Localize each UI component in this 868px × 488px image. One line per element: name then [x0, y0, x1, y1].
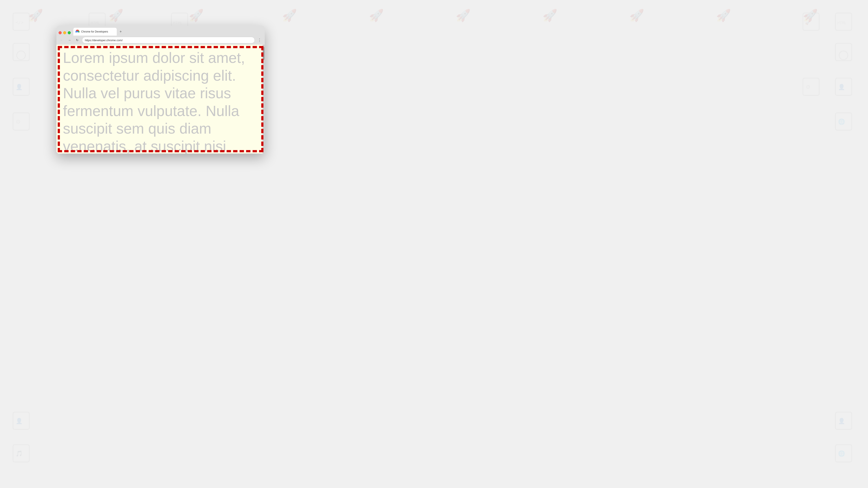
- svg-rect-30: [803, 78, 819, 95]
- scrollbar[interactable]: [262, 45, 265, 154]
- maximize-button[interactable]: [68, 31, 71, 34]
- svg-point-17: [17, 51, 25, 60]
- minimize-button[interactable]: [63, 31, 66, 34]
- svg-rect-18: [13, 78, 29, 95]
- tab-title: Chrome for Developers: [81, 30, 114, 33]
- svg-text:HTML: HTML: [91, 21, 100, 25]
- svg-text:</>: </>: [16, 20, 24, 25]
- svg-text:🚀: 🚀: [629, 8, 644, 23]
- svg-point-44: [77, 31, 78, 32]
- svg-rect-22: [835, 13, 852, 30]
- new-tab-button[interactable]: +: [118, 29, 124, 35]
- svg-text:⚙: ⚙: [16, 119, 21, 125]
- svg-text:HTML: HTML: [837, 21, 847, 25]
- svg-rect-40: [835, 445, 852, 462]
- forward-icon: →: [68, 38, 71, 42]
- svg-text:👤: 👤: [838, 84, 845, 91]
- svg-point-27: [839, 51, 848, 60]
- chrome-favicon-icon: [75, 30, 80, 34]
- url-text: https://developer.chrome.com/: [85, 39, 123, 42]
- svg-text:🚀: 🚀: [189, 8, 204, 23]
- scrollbar-thumb[interactable]: [263, 47, 265, 60]
- svg-text:🚀: 🚀: [456, 8, 471, 23]
- back-icon: ←: [60, 38, 63, 42]
- svg-rect-16: [13, 43, 29, 61]
- svg-text:👤: 👤: [838, 418, 845, 424]
- traffic-lights: [59, 31, 71, 36]
- svg-rect-38: [835, 412, 852, 429]
- menu-button[interactable]: ⋮: [256, 37, 262, 43]
- svg-text:🚀: 🚀: [716, 8, 731, 23]
- page-content: Lorem ipsum dolor sit amet, consectetur …: [56, 45, 265, 154]
- svg-text:🚀: 🚀: [803, 8, 818, 23]
- svg-text:🚀: 🚀: [28, 8, 43, 23]
- toolbar: ← → ↻ https://developer.chrome.com/ ⋮: [56, 36, 265, 45]
- svg-text:🚀: 🚀: [369, 8, 384, 23]
- reload-icon: ↻: [76, 38, 79, 42]
- back-button[interactable]: ←: [59, 37, 65, 43]
- svg-text:🎵: 🎵: [16, 450, 23, 457]
- svg-text:🚀: 🚀: [542, 8, 557, 23]
- plus-icon: +: [120, 30, 122, 34]
- close-button[interactable]: [59, 31, 62, 34]
- svg-rect-24: [803, 13, 819, 30]
- menu-icon: ⋮: [257, 38, 261, 42]
- svg-text:👤: 👤: [16, 84, 23, 91]
- tab-bar: Chrome for Developers +: [56, 26, 265, 36]
- svg-text:HTML: HTML: [173, 21, 183, 25]
- svg-rect-26: [835, 43, 852, 61]
- svg-rect-20: [13, 113, 29, 130]
- browser-window: Chrome for Developers + ← → ↻ https://de…: [56, 26, 265, 154]
- browser-tab[interactable]: Chrome for Developers: [73, 28, 117, 36]
- svg-text:👤: 👤: [16, 418, 23, 424]
- reload-button[interactable]: ↻: [74, 37, 80, 43]
- svg-text:🚀: 🚀: [805, 21, 810, 25]
- svg-text:🌐: 🌐: [838, 118, 845, 125]
- svg-rect-34: [13, 412, 29, 429]
- svg-rect-32: [835, 113, 852, 130]
- svg-rect-36: [13, 445, 29, 462]
- address-bar[interactable]: https://developer.chrome.com/: [82, 37, 255, 43]
- svg-rect-28: [835, 78, 852, 95]
- svg-text:🚀: 🚀: [108, 8, 123, 23]
- svg-text:🌐: 🌐: [838, 450, 845, 457]
- svg-rect-10: [13, 13, 29, 30]
- title-bar: Chrome for Developers + ← → ↻ https://de…: [56, 26, 265, 45]
- lorem-ipsum-text: Lorem ipsum dolor sit amet, consectetur …: [56, 45, 265, 154]
- svg-text:⚙: ⚙: [806, 84, 810, 90]
- svg-text:🚀: 🚀: [282, 8, 297, 23]
- forward-button[interactable]: →: [66, 37, 72, 43]
